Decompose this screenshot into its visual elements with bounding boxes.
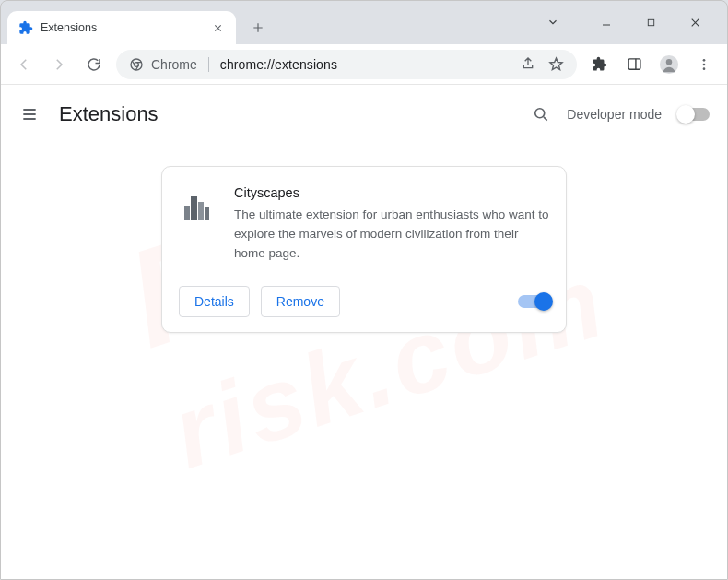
forward-button[interactable]	[46, 52, 72, 77]
svg-point-9	[535, 109, 545, 118]
close-tab-icon[interactable]	[210, 20, 225, 35]
menu-icon[interactable]	[18, 103, 41, 125]
svg-rect-11	[191, 196, 197, 220]
svg-rect-10	[184, 206, 190, 220]
share-icon[interactable]	[521, 56, 535, 72]
close-window-icon[interactable]	[684, 11, 706, 33]
extension-app-icon	[179, 187, 216, 224]
maximize-window-icon[interactable]	[640, 11, 662, 33]
profile-avatar-icon[interactable]	[656, 52, 682, 77]
extension-card: Cityscapes The ultimate extension for ur…	[161, 166, 567, 333]
page-header: Extensions Developer mode	[0, 85, 728, 144]
reload-button[interactable]	[81, 52, 107, 77]
browser-toolbar: Chrome chrome://extensions	[0, 44, 728, 85]
svg-rect-12	[198, 202, 204, 220]
kebab-menu-icon[interactable]	[691, 52, 717, 77]
back-button[interactable]	[11, 52, 37, 77]
search-icon[interactable]	[532, 105, 550, 124]
extension-description: The ultimate extension for urban enthusi…	[234, 206, 549, 264]
details-button[interactable]: Details	[179, 286, 250, 317]
chrome-logo-icon	[129, 57, 144, 72]
svg-rect-3	[628, 59, 640, 69]
svg-point-8	[703, 67, 706, 70]
new-tab-button[interactable]	[245, 15, 271, 41]
extensions-icon[interactable]	[586, 52, 612, 77]
bookmark-star-icon[interactable]	[548, 56, 564, 72]
svg-point-6	[703, 59, 706, 62]
extension-name: Cityscapes	[234, 185, 549, 200]
minimize-window-icon[interactable]	[595, 11, 617, 33]
developer-mode-label: Developer mode	[567, 107, 662, 122]
svg-rect-13	[205, 207, 209, 220]
remove-button[interactable]: Remove	[261, 286, 340, 317]
omnibox-origin: Chrome	[151, 57, 197, 72]
titlebar: Extensions	[0, 0, 728, 44]
extension-puzzle-icon	[18, 20, 33, 35]
chevron-down-icon[interactable]	[542, 11, 564, 33]
browser-tab[interactable]: Extensions	[7, 11, 236, 44]
tab-title: Extensions	[41, 21, 203, 34]
side-panel-icon[interactable]	[621, 52, 647, 77]
page-title: Extensions	[59, 102, 159, 126]
address-bar[interactable]: Chrome chrome://extensions	[116, 50, 577, 79]
svg-point-7	[703, 63, 706, 65]
svg-rect-0	[648, 19, 653, 25]
omnibox-url: chrome://extensions	[220, 57, 337, 72]
extension-enable-toggle[interactable]	[518, 295, 549, 308]
content-area: Cityscapes The ultimate extension for ur…	[0, 144, 728, 333]
separator	[208, 57, 209, 72]
svg-point-5	[666, 59, 672, 65]
developer-mode-toggle[interactable]	[678, 108, 710, 121]
